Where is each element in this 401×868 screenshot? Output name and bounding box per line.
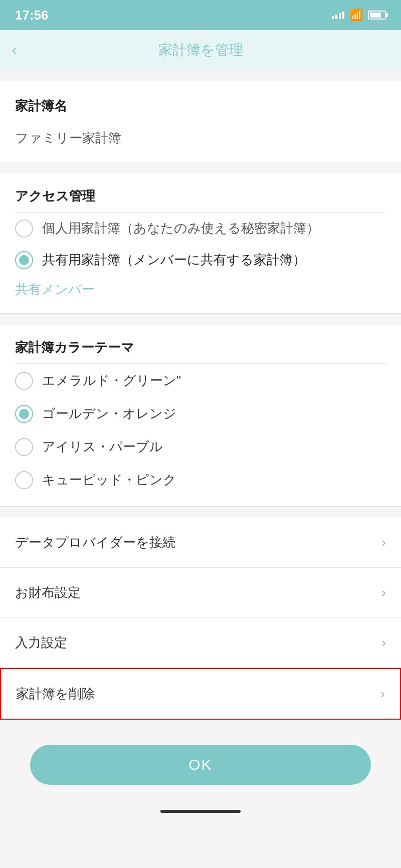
menu-input-settings-chevron: › [381,635,386,650]
menu-data-provider-label: データプロバイダーを接続 [15,534,175,551]
battery-icon [368,11,386,20]
menu-delete-ledger-chevron: › [380,686,385,702]
radio-shared-label: 共有用家計簿（メンバーに共有する家計簿） [42,250,306,270]
menu-input-settings[interactable]: 入力設定 › [0,618,401,668]
color-cupid-radio [15,471,33,489]
color-cupid[interactable]: キューピッド・ピンク [15,463,386,496]
access-section: アクセス管理 個人用家計簿（あなたのみ使える秘密家計簿） 共有用家計簿（メンバー… [0,173,401,313]
color-cupid-label: キューピッド・ピンク [42,471,176,489]
color-emerald[interactable]: エメラルド・グリーン" [15,364,386,397]
back-button[interactable]: ‹ [12,42,17,58]
menu-delete-ledger[interactable]: 家計簿を削除 › [0,668,401,720]
color-emerald-radio [15,372,33,390]
menu-input-settings-label: 入力設定 [15,634,67,652]
radio-personal-circle [15,220,33,238]
home-indicator [0,805,401,823]
nav-title: 家計簿を管理 [158,41,243,60]
status-icons: 📶 [332,9,386,22]
shared-members-link[interactable]: 共有メンバー [15,276,95,303]
radio-personal-label: 個人用家計簿（あなたのみ使える秘密家計簿） [42,219,319,238]
color-iris[interactable]: アイリス・パーブル [15,430,386,463]
color-iris-radio [15,438,33,456]
nav-bar: ‹ 家計簿を管理 [0,30,401,70]
menu-delete-ledger-label: 家計簿を削除 [16,685,95,703]
status-bar: 17:56 📶 [0,0,401,30]
home-bar [160,810,241,813]
color-section-title: 家計簿カラーテーマ [15,339,386,356]
status-time: 17:56 [15,8,49,23]
name-section: 家計簿名 ファミリー家計簿 [0,81,401,162]
color-section: 家計簿カラーテーマ エメラルド・グリーン" ゴールデン・オレンジ アイリス・パー… [0,325,401,506]
menu-wallet-chevron: › [381,585,386,600]
menu-data-provider-chevron: › [381,535,386,550]
signal-icon [332,12,344,19]
color-golden-label: ゴールデン・オレンジ [42,405,176,422]
name-section-title: 家計簿名 [15,97,386,115]
menu-wallet[interactable]: お財布設定 › [0,568,401,618]
menu-wallet-label: お財布設定 [15,584,81,601]
color-emerald-label: エメラルド・グリーン" [42,372,181,389]
radio-shared-circle [15,251,33,269]
radio-shared[interactable]: 共有用家計簿（メンバーに共有する家計簿） [15,244,386,276]
color-iris-label: アイリス・パーブル [42,438,163,456]
ledger-name-value: ファミリー家計簿 [15,129,386,152]
menu-section: データプロバイダーを接続 › お財布設定 › 入力設定 › 家計簿を削除 › [0,518,401,720]
color-golden[interactable]: ゴールデン・オレンジ [15,397,386,430]
content: 家計簿名 ファミリー家計簿 アクセス管理 個人用家計簿（あなたのみ使える秘密家計… [0,70,401,823]
menu-data-provider[interactable]: データプロバイダーを接続 › [0,518,401,568]
ok-button-container: OK [0,731,401,805]
access-section-title: アクセス管理 [15,187,386,205]
wifi-icon: 📶 [349,9,363,22]
ok-button[interactable]: OK [30,745,371,785]
color-golden-radio [15,405,33,423]
radio-personal[interactable]: 個人用家計簿（あなたのみ使える秘密家計簿） [15,212,386,244]
